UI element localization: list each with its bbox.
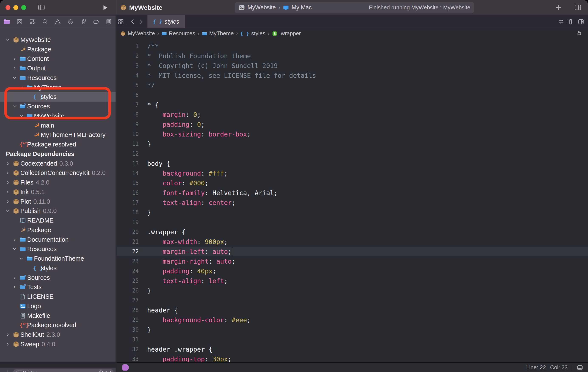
code-line-27[interactable]: 27 — [117, 295, 588, 305]
source-control-navigator-icon[interactable] — [16, 18, 24, 26]
add-button[interactable] — [555, 4, 562, 11]
code-line-32[interactable]: 32header .wrapper { — [117, 344, 588, 354]
breadcrumb-resources[interactable]: Resources — [161, 30, 195, 37]
disclosure-chevron-icon[interactable] — [6, 181, 13, 184]
tree-item-publish[interactable]: Publish0.9.0 — [0, 206, 116, 216]
tree-item-content[interactable]: Content — [0, 54, 116, 64]
breadcrumb-styles[interactable]: { }styles — [240, 30, 265, 37]
debug-area-toggle-icon[interactable] — [577, 364, 583, 371]
line-number[interactable]: 4 — [117, 72, 139, 79]
tree-item-plot[interactable]: Plot0.11.0 — [0, 197, 116, 206]
tree-item-collectionconcurrencykit[interactable]: CollectionConcurrencyKit0.2.0 — [0, 168, 116, 178]
tree-item-main[interactable]: main — [0, 121, 116, 130]
disclosure-chevron-icon[interactable] — [13, 238, 20, 241]
line-number[interactable]: 1 — [117, 43, 139, 49]
disclosure-chevron-icon[interactable] — [13, 276, 20, 280]
tree-item-shellout[interactable]: ShellOut2.3.0 — [0, 330, 116, 339]
line-number[interactable]: 21 — [117, 239, 139, 245]
symbol-navigator-icon[interactable] — [28, 18, 36, 26]
line-number[interactable]: 6 — [117, 92, 139, 98]
breakpoint-navigator-icon[interactable] — [92, 18, 100, 26]
tree-item-mywebsite[interactable]: MyWebsite — [0, 111, 116, 121]
code-line-12[interactable]: 12 — [117, 149, 588, 159]
tree-item-package.resolved[interactable]: {“}Package.resolved — [0, 140, 116, 149]
code-line-19[interactable]: 19 — [117, 217, 588, 227]
line-number[interactable]: 30 — [117, 327, 139, 333]
disclosure-chevron-icon[interactable] — [13, 57, 20, 61]
disclosure-chevron-icon[interactable] — [20, 86, 26, 89]
disclosure-chevron-icon[interactable] — [6, 342, 13, 346]
line-number[interactable]: 15 — [117, 180, 139, 186]
filter-input[interactable] — [24, 369, 98, 372]
disclosure-chevron-icon[interactable] — [6, 38, 13, 42]
line-number[interactable]: 3 — [117, 63, 139, 69]
scheme-status-bar[interactable]: MyWebsite › My Mac Finished running MyWe… — [235, 2, 474, 13]
code-editor[interactable]: 1/**2* Publish Foundation theme3* Copyri… — [117, 38, 588, 368]
find-navigator-icon[interactable] — [41, 18, 49, 26]
code-review-icon[interactable] — [557, 18, 565, 26]
code-line-8[interactable]: 8 margin: 0; — [117, 110, 588, 120]
report-navigator-icon[interactable] — [105, 18, 113, 26]
disclosure-chevron-icon[interactable] — [6, 200, 13, 203]
code-line-16[interactable]: 16 font-family: Helvetica, Arial; — [117, 188, 588, 198]
debug-navigator-icon[interactable] — [79, 18, 87, 26]
tree-item-codextended[interactable]: Codextended0.3.0 — [0, 159, 116, 168]
forward-button[interactable] — [137, 18, 145, 26]
line-number[interactable]: 9 — [117, 121, 139, 128]
filter-options-icon[interactable] — [15, 370, 24, 372]
line-number[interactable]: 2 — [117, 53, 139, 59]
line-number[interactable]: 18 — [117, 209, 139, 216]
disclosure-chevron-icon[interactable] — [13, 285, 20, 289]
issue-navigator-icon[interactable] — [54, 18, 62, 26]
back-button[interactable] — [129, 18, 137, 26]
code-line-31[interactable]: 31 — [117, 335, 588, 344]
code-line-15[interactable]: 15 color: #000; — [117, 178, 588, 188]
tree-item-mytheme[interactable]: MyTheme — [0, 83, 116, 92]
editor-options-icon[interactable] — [574, 4, 582, 11]
line-number[interactable]: 8 — [117, 111, 139, 118]
tree-item-package.resolved[interactable]: {“}Package.resolved — [0, 321, 116, 330]
line-number[interactable]: 22 — [117, 248, 139, 255]
line-number[interactable]: 5 — [117, 82, 139, 88]
tree-item-logo[interactable]: Logo — [0, 301, 116, 311]
line-number[interactable]: 7 — [117, 102, 139, 108]
tab-styles[interactable]: { } styles — [147, 15, 185, 28]
code-line-23[interactable]: 23 margin-right: auto; — [117, 256, 588, 266]
code-line-1[interactable]: 1/** — [117, 41, 588, 51]
line-number[interactable]: 28 — [117, 307, 139, 313]
recents-clock-icon[interactable] — [98, 370, 104, 372]
line-number[interactable]: 20 — [117, 229, 139, 235]
scm-status-filter-icon[interactable] — [105, 370, 112, 372]
add-editor-icon[interactable] — [577, 18, 585, 26]
line-number[interactable]: 33 — [117, 356, 139, 362]
code-line-18[interactable]: 18} — [117, 208, 588, 217]
line-number[interactable]: 10 — [117, 131, 139, 137]
line-number[interactable]: 13 — [117, 160, 139, 167]
tree-item-sweep[interactable]: Sweep0.4.0 — [0, 339, 116, 349]
line-number[interactable]: 11 — [117, 141, 139, 147]
code-line-17[interactable]: 17 text-align: center; — [117, 198, 588, 208]
code-line-9[interactable]: 9 padding: 0; — [117, 120, 588, 129]
tree-item-makefile[interactable]: Makefile — [0, 311, 116, 321]
line-number[interactable]: 16 — [117, 190, 139, 196]
line-number[interactable]: 24 — [117, 268, 139, 274]
tree-item-package[interactable]: Package — [0, 45, 116, 54]
filter-field[interactable] — [13, 369, 114, 372]
code-line-29[interactable]: 29 background-color: #eee; — [117, 315, 588, 325]
tree-item-license[interactable]: LICENSE — [0, 292, 116, 301]
code-line-7[interactable]: 7* { — [117, 100, 588, 110]
line-number[interactable]: 12 — [117, 151, 139, 157]
disclosure-chevron-icon[interactable] — [6, 190, 13, 194]
code-line-26[interactable]: 26} — [117, 286, 588, 295]
tree-item-mywebsite[interactable]: MyWebsite — [0, 35, 116, 45]
code-line-20[interactable]: 20.wrapper { — [117, 227, 588, 237]
project-navigator-icon[interactable] — [3, 18, 11, 26]
line-number[interactable]: 31 — [117, 336, 139, 343]
code-line-28[interactable]: 28header { — [117, 305, 588, 315]
code-line-11[interactable]: 11} — [117, 139, 588, 149]
line-number[interactable]: 14 — [117, 170, 139, 176]
code-line-21[interactable]: 21 max-width: 900px; — [117, 237, 588, 247]
line-number[interactable]: 19 — [117, 219, 139, 225]
tree-item-tests[interactable]: Tests — [0, 283, 116, 292]
tree-item-foundationtheme[interactable]: FoundationTheme — [0, 254, 116, 263]
